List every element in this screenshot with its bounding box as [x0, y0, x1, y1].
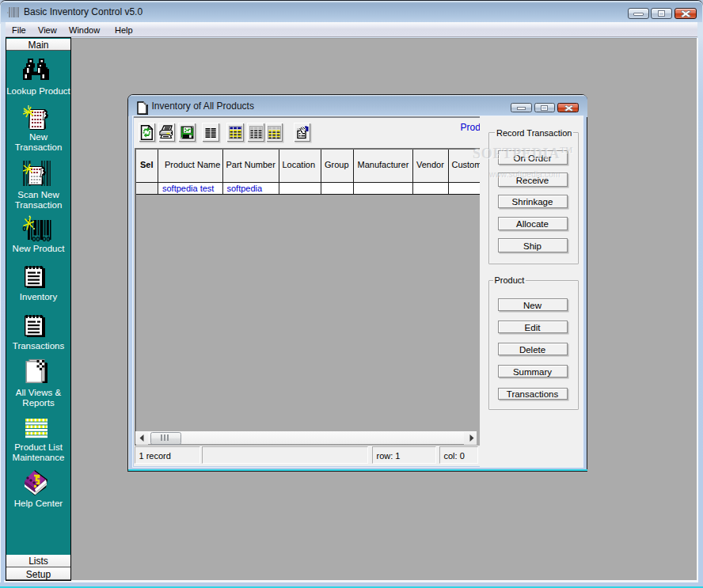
svg-text:00: 00 [43, 235, 51, 243]
svg-text:00: 00 [32, 235, 40, 243]
